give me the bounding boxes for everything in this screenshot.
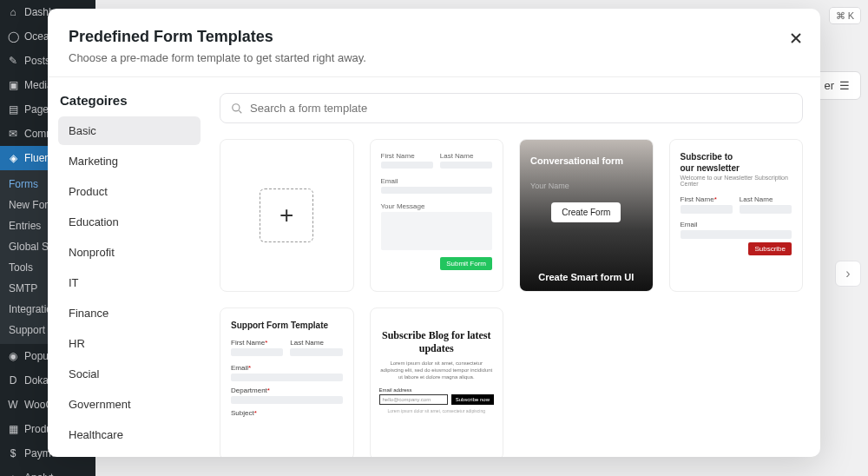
sup-email-label: Email* bbox=[231, 364, 343, 372]
email-label: Email bbox=[381, 177, 493, 185]
category-education[interactable]: Education bbox=[58, 208, 201, 236]
template-conversational[interactable]: Conversational form Your Name Create For… bbox=[519, 139, 654, 292]
category-it[interactable]: IT bbox=[58, 268, 201, 297]
message-label: Your Message bbox=[381, 202, 493, 210]
products-icon: ▦ bbox=[7, 423, 19, 435]
convo-title: Conversational form bbox=[530, 155, 642, 166]
pin-icon: ✎ bbox=[7, 55, 19, 67]
templates-modal: Predefined Form Templates Choose a pre-m… bbox=[48, 9, 820, 457]
modal-subtitle: Choose a pre-made form template to get s… bbox=[69, 51, 799, 64]
newsletter-title-1: Subscribe to bbox=[681, 152, 792, 162]
templates-grid: + First Name Last Name Email Your Messag… bbox=[220, 139, 803, 457]
category-product[interactable]: Product bbox=[58, 177, 201, 206]
category-nonprofit[interactable]: Nonprofit bbox=[58, 238, 201, 267]
category-healthcare[interactable]: Healthcare bbox=[58, 420, 201, 449]
templates-panel: + First Name Last Name Email Your Messag… bbox=[211, 77, 820, 457]
category-marketing[interactable]: Marketing bbox=[58, 147, 201, 175]
newsletter-sub: Welcome to our Newsletter Subscription C… bbox=[681, 175, 792, 187]
ocean-icon: ◯ bbox=[7, 30, 19, 43]
category-basic[interactable]: Basic bbox=[58, 116, 201, 145]
sup-subject-label: Subject* bbox=[231, 409, 343, 417]
subscribe-button-preview: Subscribe bbox=[748, 242, 792, 255]
convo-name-label: Your Name bbox=[530, 182, 642, 190]
fluent-icon: ◈ bbox=[7, 152, 19, 164]
svg-point-0 bbox=[233, 103, 240, 110]
search-input[interactable] bbox=[250, 102, 792, 115]
blog-email-label: Email address bbox=[379, 387, 495, 393]
nl-first-label: First Name* bbox=[681, 195, 733, 203]
newsletter-title-2: our newsletter bbox=[681, 163, 792, 173]
media-icon: ▣ bbox=[7, 79, 19, 91]
categories-sidebar: Categoires Basic Marketing Product Educa… bbox=[48, 77, 211, 457]
filter-icon: ☰ bbox=[839, 79, 850, 92]
last-name-label: Last Name bbox=[440, 152, 492, 160]
category-government[interactable]: Government bbox=[58, 390, 201, 419]
template-newsletter[interactable]: Subscribe to our newsletter Welcome to o… bbox=[669, 139, 804, 292]
category-social[interactable]: Social bbox=[58, 360, 201, 388]
close-icon bbox=[789, 31, 803, 45]
blog-disclaimer: Lorem ipsum dolor sit amet, consectetur … bbox=[379, 408, 495, 413]
blog-subscribe-button-preview: Subscribe now bbox=[451, 394, 494, 405]
create-form-button: Create Form bbox=[551, 202, 621, 222]
plus-icon: + bbox=[260, 188, 313, 242]
search-wrapper[interactable] bbox=[220, 93, 803, 123]
sup-last-label: Last Name bbox=[290, 339, 342, 347]
category-hr[interactable]: HR bbox=[58, 329, 201, 358]
sup-first-label: First Name* bbox=[231, 339, 283, 347]
convo-footer: Create Smart form UI bbox=[530, 272, 642, 282]
modal-header: Predefined Form Templates Choose a pre-m… bbox=[48, 9, 820, 77]
modal-title: Predefined Form Templates bbox=[69, 28, 799, 46]
blog-lorem: Lorem ipsum dolor sit amet, consectetur … bbox=[379, 360, 495, 380]
popup-icon: ◉ bbox=[7, 350, 19, 362]
template-contact-form[interactable]: First Name Last Name Email Your Message … bbox=[370, 139, 504, 292]
payments-icon: $ bbox=[7, 447, 19, 459]
nl-email-label: Email bbox=[681, 221, 792, 228]
template-support-form[interactable]: Support Form Template First Name* Last N… bbox=[220, 307, 354, 457]
blog-email-input-preview: hello@company.com bbox=[379, 394, 448, 405]
template-blank[interactable]: + bbox=[220, 139, 354, 292]
pager-next[interactable]: › bbox=[835, 261, 861, 287]
search-icon bbox=[231, 102, 243, 115]
analytics-icon: ▲ bbox=[7, 472, 19, 476]
comment-icon: ✉ bbox=[7, 128, 19, 140]
dokan-icon: D bbox=[7, 374, 19, 387]
first-name-label: First Name bbox=[381, 152, 433, 160]
command-k-badge: ⌘ K bbox=[829, 7, 861, 23]
template-subscribe-blog[interactable]: Subscribe Blog for latest updates Lorem … bbox=[370, 307, 504, 457]
modal-close-button[interactable] bbox=[789, 31, 803, 45]
chevron-right-icon: › bbox=[845, 266, 850, 281]
categories-heading: Categoires bbox=[58, 93, 201, 108]
sup-dept-label: Department* bbox=[231, 387, 343, 394]
woo-icon: W bbox=[7, 399, 19, 411]
wp-menu-analytics[interactable]: ▲Analyt bbox=[0, 466, 95, 476]
category-finance[interactable]: Finance bbox=[58, 299, 201, 327]
blog-title: Subscribe Blog for latest updates bbox=[379, 329, 495, 355]
home-icon: ⌂ bbox=[7, 6, 19, 18]
page-icon: ▤ bbox=[7, 103, 19, 116]
submit-button-preview: Submit Form bbox=[440, 257, 492, 270]
nl-last-label: Last Name bbox=[740, 195, 792, 203]
support-title: Support Form Template bbox=[231, 321, 343, 330]
